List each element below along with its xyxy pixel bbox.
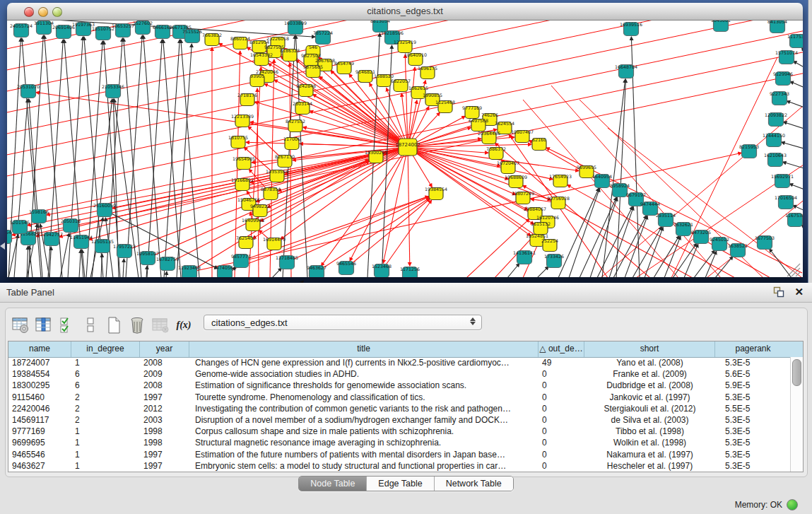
yellow-node[interactable]: 252254	[541, 238, 558, 252]
yellow-node[interactable]: 1615132	[531, 221, 551, 235]
teal-node[interactable]: 1171256	[400, 267, 420, 277]
teal-node[interactable]: 17957223	[113, 244, 136, 258]
column-header-name[interactable]: name	[8, 341, 71, 357]
teal-node[interactable]: 7857224	[313, 30, 333, 45]
teal-node[interactable]: 9857771	[231, 254, 251, 268]
select-all-button[interactable]	[57, 315, 78, 336]
table-row[interactable]: 946554611997Estimation of the future num…	[8, 449, 791, 460]
yellow-node[interactable]: 12325419	[394, 40, 416, 53]
teal-node[interactable]: 8413054	[767, 21, 787, 33]
yellow-node[interactable]: 2718176	[237, 93, 257, 106]
yellow-node[interactable]: 93905	[250, 74, 264, 87]
teal-node[interactable]: 9463627	[307, 265, 326, 277]
teal-node[interactable]: 1527602	[133, 21, 153, 35]
yellow-node[interactable]: 7386372	[486, 146, 506, 160]
column-header-short[interactable]: short	[584, 341, 715, 357]
table-row[interactable]: 977716911998Corpus callosum shape and si…	[8, 426, 791, 437]
teal-node[interactable]: 16782759	[156, 257, 179, 271]
yellow-node[interactable]: 8267130	[275, 154, 295, 168]
yellow-node[interactable]: 8186328	[280, 48, 300, 62]
citation-network-graph[interactable]: 2405572439113042069140619197363185107521…	[7, 21, 803, 277]
table-row[interactable]: 1456911722003Disruption of a novel membe…	[8, 414, 791, 426]
tab-node-table[interactable]: Node Table	[299, 477, 366, 491]
yellow-node[interactable]: 8427552	[286, 119, 305, 132]
yellow-node[interactable]: 9875685	[303, 64, 323, 78]
table-header-row[interactable]: namein_degreeyeartitle△ out_de…shortpage…	[8, 341, 803, 358]
teal-node[interactable]: 1167538	[785, 213, 803, 227]
teal-node[interactable]: 1598166	[29, 209, 49, 223]
new-file-button[interactable]	[103, 315, 124, 336]
table-row[interactable]: 946362711997Embryonic stem cells: a mode…	[8, 460, 791, 472]
teal-node[interactable]: 16648784	[615, 64, 637, 78]
teal-node[interactable]: 13718485	[276, 255, 298, 269]
close-traffic-light[interactable]	[24, 7, 34, 17]
yellow-node[interactable]: 9146821	[355, 69, 375, 83]
yellow-node[interactable]: 62160	[532, 137, 546, 151]
column-header-in_degree[interactable]: in_degree	[71, 341, 140, 357]
table-row[interactable]: 2242004622012Investigating the contribut…	[8, 403, 791, 414]
teal-node[interactable]: 11923468	[178, 265, 201, 277]
column-header-title[interactable]: title	[189, 341, 539, 357]
show-column-button[interactable]	[33, 315, 54, 336]
column-header-year[interactable]: year	[140, 341, 189, 357]
yellow-node[interactable]: 1696175	[418, 66, 437, 79]
teal-node[interactable]: 9465546	[336, 261, 356, 275]
teal-node[interactable]: 2050318	[61, 218, 81, 233]
yellow-node[interactable]: 16914479	[263, 237, 286, 250]
yellow-node[interactable]: 8878354	[261, 187, 281, 200]
teal-node[interactable]: 9245012	[710, 237, 729, 251]
teal-node[interactable]: 9845061	[711, 21, 731, 32]
teal-node[interactable]: 7515526	[182, 29, 202, 43]
table-row[interactable]: 911546021997Tourette syndrome. Phenomeno…	[8, 392, 791, 403]
memory-status-indicator[interactable]	[787, 499, 798, 510]
yellow-node[interactable]: 6822057	[391, 78, 411, 92]
table-row[interactable]: 1938455462009Genome-wide association stu…	[8, 368, 791, 380]
teal-node[interactable]: 1733426	[544, 254, 564, 268]
yellow-node[interactable]: 8454749	[334, 61, 354, 74]
close-panel-icon[interactable]: ✕	[794, 286, 804, 298]
table-selector-dropdown[interactable]: citations_edges.txt	[204, 315, 482, 330]
teal-node[interactable]: 1640954	[592, 174, 612, 188]
teal-node[interactable]: 12444150	[763, 133, 785, 147]
float-panel-icon[interactable]	[773, 286, 784, 298]
collapse-panel-arrow-icon[interactable]	[0, 243, 5, 250]
yellow-node[interactable]: 7663822	[202, 33, 222, 46]
column-header-pagerank[interactable]: pagerank	[715, 341, 791, 357]
teal-node[interactable]: 16939516	[620, 22, 642, 36]
teal-node[interactable]: 1638521	[728, 243, 748, 257]
table-body[interactable]: 1872400712008Changes of HCN gene express…	[8, 357, 791, 472]
yellow-node[interactable]: 9242848	[296, 83, 316, 97]
tab-edge-table[interactable]: Edge Table	[366, 477, 433, 491]
table-scrollbar[interactable]	[790, 357, 803, 472]
teal-node[interactable]: 17016504	[775, 195, 797, 209]
yellow-node[interactable]: 2803144	[293, 101, 312, 115]
yellow-node[interactable]: 18640910	[404, 52, 427, 66]
scrollbar-thumb[interactable]	[792, 359, 801, 386]
yellow-node[interactable]: 10807487	[511, 129, 534, 143]
table-row[interactable]: 969969511998Structural magnetic resonanc…	[8, 437, 791, 448]
yellow-node[interactable]: 18724007	[395, 139, 420, 156]
network-canvas[interactable]: 2405572439113042069140619197363185107521…	[7, 21, 803, 277]
yellow-node[interactable]: 16543382	[250, 52, 273, 66]
delete-button[interactable]	[126, 315, 148, 336]
teal-node[interactable]: 8215953	[739, 144, 759, 158]
teal-node[interactable]: 8473205	[691, 230, 711, 244]
yellow-node[interactable]: 6497568	[469, 118, 488, 132]
teal-node[interactable]: 12093822	[765, 112, 787, 127]
teal-node[interactable]: 14740564	[213, 265, 236, 277]
table-panel-header[interactable]: Table Panel ✕	[0, 283, 812, 303]
yellow-node[interactable]: 90756928	[547, 196, 570, 209]
yellow-node[interactable]: 7625402	[236, 235, 256, 249]
teal-node[interactable]: 11451944	[70, 235, 93, 249]
teal-node[interactable]: 20531070	[17, 84, 40, 98]
teal-node[interactable]: 1523468	[372, 264, 392, 277]
delete-table-button[interactable]	[150, 315, 171, 336]
teal-node[interactable]: 2935114	[656, 213, 676, 227]
yellow-node[interactable]: 16720407	[497, 160, 519, 174]
teal-node[interactable]: 3911304	[34, 21, 54, 35]
unselect-all-button[interactable]	[80, 315, 101, 336]
teal-node[interactable]: 1117532	[787, 34, 803, 48]
teal-node[interactable]: 25160050	[93, 203, 116, 217]
teal-node[interactable]: 1677503	[755, 235, 775, 250]
teal-node[interactable]: 15692971	[771, 174, 794, 188]
